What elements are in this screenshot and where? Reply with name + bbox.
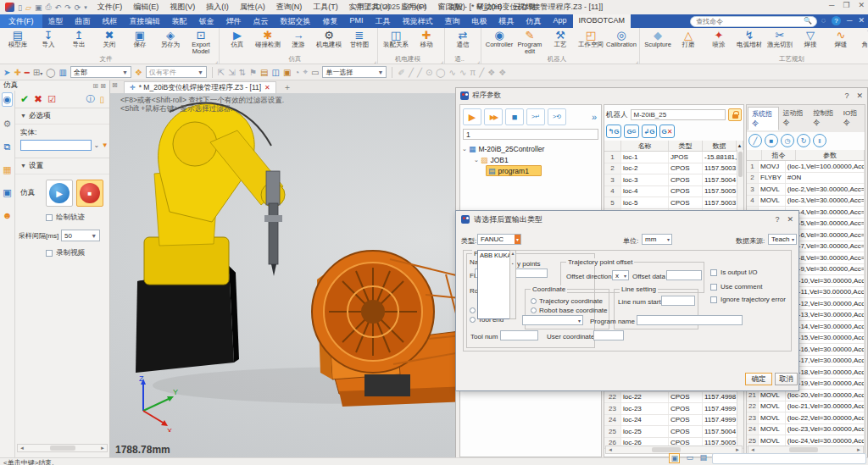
table-row[interactable]: 3MOVL(loc-2,Vel=30.00000,Acc=40.0 xyxy=(747,184,865,196)
record-video-checkbox[interactable]: 录制视频 xyxy=(15,241,109,258)
loop-count-field[interactable]: 1 xyxy=(463,129,598,140)
ribbon-tab[interactable]: 造型 xyxy=(42,14,70,28)
insert-location-icon[interactable]: ↲G xyxy=(642,125,657,138)
panel-h-scrollbar[interactable]: ◄ ► xyxy=(17,444,108,452)
lock-robot-button[interactable] xyxy=(728,108,742,121)
dialog-close-icon[interactable]: ✕ xyxy=(787,215,793,224)
robot-base-coordinate-radio[interactable]: Robot base coordinate xyxy=(531,307,608,314)
ribbon-tab[interactable]: IROBOTCAM xyxy=(573,14,632,28)
ribbon-button[interactable]: ▣保存 xyxy=(125,29,155,56)
ribbon-button[interactable]: △打磨 xyxy=(673,29,704,56)
dialog-titlebar[interactable]: 请选择后置输出类型 ? ✕ xyxy=(456,211,798,228)
lasso-icon[interactable]: ◯ xyxy=(46,68,55,77)
loop-run-button[interactable]: >↵ xyxy=(526,108,545,125)
ignore-trajectory-error-checkbox[interactable]: Ignore trajectory error xyxy=(710,296,786,303)
apply-icon[interactable]: ☑ xyxy=(47,94,56,105)
scroll-right-icon[interactable]: ► xyxy=(854,447,863,452)
offset-direction-combo[interactable]: x▾ xyxy=(612,270,629,280)
table-row[interactable]: 3loc-3CPOS1157.5004 xyxy=(604,174,743,186)
ribbon-tab[interactable]: 模具 xyxy=(493,14,520,28)
ribbon-tab[interactable]: 钣金 xyxy=(193,14,220,28)
ribbon-button[interactable]: ✖关闭 xyxy=(94,29,125,56)
group-expand-icon[interactable]: ⌟ xyxy=(477,58,480,64)
brand-dropdown-scrollbar[interactable]: ▲▪ xyxy=(509,250,516,319)
scroll-left-icon[interactable]: ◄ xyxy=(18,446,26,451)
play-program-button[interactable]: ▶ xyxy=(463,108,481,125)
scope-combo[interactable]: 全部▼ xyxy=(70,66,131,78)
table-row[interactable]: 25loc-25CPOS1157.5004 xyxy=(604,426,743,438)
ruler-icon[interactable]: ⇱ xyxy=(218,68,225,77)
file-menu-tab[interactable]: 文件(F) xyxy=(0,14,42,28)
ribbon-button[interactable]: ∿焊缝 xyxy=(826,29,856,56)
ribbon-button[interactable]: ⚒工艺 xyxy=(545,29,576,56)
flag-icon[interactable]: ⚑ xyxy=(249,68,257,77)
chevron-down-icon[interactable]: ⌄ xyxy=(94,141,100,149)
menu-item[interactable]: 查询(N) xyxy=(271,1,308,14)
delete-location-icon[interactable]: G✕ xyxy=(659,125,675,138)
window-help-icon[interactable]: ? xyxy=(844,91,849,100)
add-location-group-icon[interactable]: GG xyxy=(624,125,639,138)
ribbon-button[interactable]: ◎Calibration xyxy=(606,29,637,56)
ribbon-button[interactable]: ↥导出 xyxy=(64,29,94,56)
undo-icon[interactable]: ↶ xyxy=(55,3,62,12)
scroll-left-icon[interactable]: ◄ xyxy=(748,447,757,452)
ribbon-tab[interactable]: 电极 xyxy=(466,14,493,28)
robot-name-field[interactable]: M-20iB_25 xyxy=(631,109,726,120)
ribbon-tab[interactable]: 修复 xyxy=(317,14,344,28)
stop-program-button[interactable]: ■ xyxy=(505,108,524,125)
undock-icon[interactable]: ⊠ xyxy=(112,81,118,89)
ribbon-tab[interactable]: 直接编辑 xyxy=(124,14,166,28)
table-row[interactable]: 23MOVL(loc-22,Vel=30.00000,Acc=40. xyxy=(747,412,865,424)
redo-icon[interactable]: ↷ xyxy=(64,3,71,12)
close-panel-icon[interactable]: ⊠ xyxy=(100,82,106,90)
user-coordinate-input[interactable] xyxy=(593,330,624,340)
program-name-input[interactable] xyxy=(637,315,743,325)
cancel-button[interactable]: 取消 xyxy=(775,373,798,385)
ribbon-button[interactable]: ◈另存为 xyxy=(155,29,186,56)
tree-node-controller[interactable]: ⌄ ▦ M-20iB_25Controller xyxy=(462,143,599,154)
ok-button[interactable]: 确定 xyxy=(745,373,772,385)
group-expand-icon[interactable]: ⌟ xyxy=(215,58,218,64)
ribbon-button[interactable]: ⊡Export Model xyxy=(186,29,216,56)
ring-icon[interactable]: ◌ xyxy=(821,16,826,25)
pin-panel-icon[interactable]: ⊞ xyxy=(92,82,98,90)
stop-instruction-icon[interactable]: ■ xyxy=(765,134,778,147)
tree-node-program[interactable]: ▤ program1 xyxy=(462,165,599,176)
window-close-icon[interactable]: ✕ xyxy=(856,91,863,100)
menu-item[interactable]: 编辑(E) xyxy=(128,1,164,14)
user-tab-icon[interactable]: ☻ xyxy=(3,210,13,220)
table-row[interactable]: 4MOVL(loc-3,Vel=30.00000,Acc=40.0 xyxy=(747,196,865,208)
extra-combo[interactable]: ▾ xyxy=(522,315,583,325)
view-mode-3-icon[interactable]: ▤ xyxy=(699,453,707,462)
use-comment-checkbox[interactable]: Use comment xyxy=(710,283,762,291)
table-row[interactable]: 21MOVL(loc-20,Vel=30.00000,Acc=40. xyxy=(747,390,865,401)
selection-mode-combo[interactable]: 单一选择▼ xyxy=(322,66,387,78)
select-cursor-icon[interactable]: ➤ xyxy=(3,68,10,77)
type-combo[interactable]: FANUC ▾ xyxy=(477,234,521,245)
help-icon[interactable]: ? xyxy=(832,16,841,25)
pause-instruction-icon[interactable]: ‖ xyxy=(813,134,826,147)
ribbon-button[interactable]: ≣甘特图 xyxy=(344,29,375,56)
ribbon-button[interactable]: ▶仿真 xyxy=(222,29,253,56)
machine-tab-icon[interactable]: ⚙ xyxy=(3,119,12,130)
data-source-combo[interactable]: Teach▾ xyxy=(768,234,797,245)
offset-data-input[interactable] xyxy=(666,270,702,280)
ribbon-tab[interactable]: PMI xyxy=(344,14,370,28)
instruction-tab[interactable]: 运动指令 xyxy=(780,107,810,130)
save-icon[interactable]: ▣ xyxy=(35,3,42,12)
ribbon-button[interactable]: →漫游 xyxy=(283,29,314,56)
add-location-icon[interactable]: ↰G xyxy=(606,125,621,138)
ribbon-button[interactable]: ◉Controller xyxy=(484,29,515,56)
ribbon-tab[interactable]: 装配 xyxy=(166,14,193,28)
ribbon-tab[interactable]: 数据交换 xyxy=(275,14,317,28)
table-row[interactable]: 22MOVL(loc-21,Vel=30.00000,Acc=40. xyxy=(747,401,865,413)
cancel-icon[interactable]: ✖ xyxy=(34,93,42,105)
ribbon-tab[interactable]: 曲面 xyxy=(70,14,97,28)
table-row[interactable]: 22loc-22CPOS1157.4998 xyxy=(604,392,743,404)
ribbon-tab[interactable]: 线框 xyxy=(97,14,124,28)
table-row[interactable]: 23loc-23CPOS1157.4999 xyxy=(604,403,743,415)
table-row[interactable]: 2loc-2CPOS1157.5003 xyxy=(604,163,743,175)
snap-icon[interactable]: ⇲ xyxy=(228,68,235,77)
refresh-icon[interactable]: ⟳ xyxy=(75,3,81,12)
ribbon-tab[interactable]: App xyxy=(548,14,573,28)
